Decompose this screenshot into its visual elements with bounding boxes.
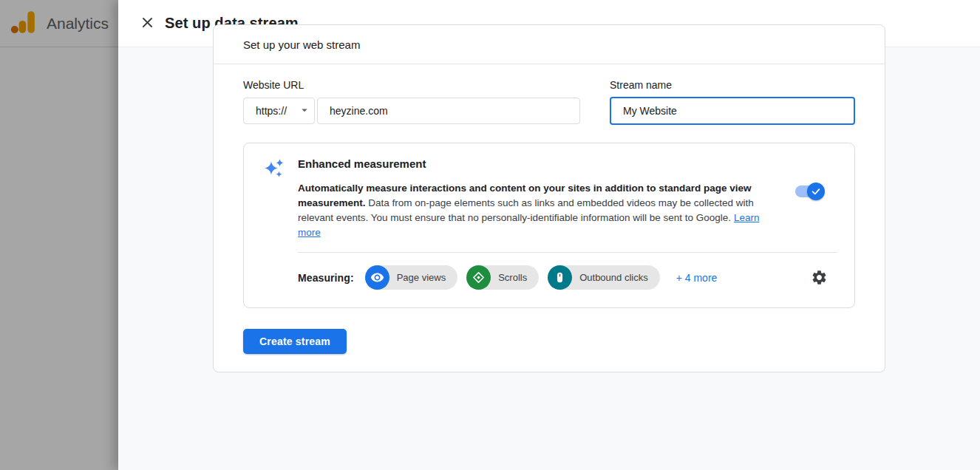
website-url-label: Website URL — [243, 79, 580, 91]
more-chips-link[interactable]: + 4 more — [676, 272, 718, 284]
enhanced-measurement-title: Enhanced measurement — [298, 155, 837, 170]
description-text: Data from on-page elements such as links… — [298, 197, 754, 223]
chip-page-views: Page views — [365, 265, 457, 290]
close-button[interactable] — [138, 15, 156, 33]
create-stream-button[interactable]: Create stream — [243, 329, 347, 354]
web-stream-card: Set up your web stream Website URL https… — [213, 24, 885, 372]
enhanced-measurement-panel: Enhanced measurement Automatically measu… — [243, 143, 855, 308]
chip-label: Scrolls — [498, 272, 527, 283]
enhanced-measurement-settings-button[interactable] — [810, 269, 828, 287]
scroll-icon — [466, 265, 491, 290]
website-url-input[interactable] — [317, 98, 580, 124]
chip-label: Outbound clicks — [579, 272, 648, 283]
card-title: Set up your web stream — [214, 25, 885, 64]
stream-name-label: Stream name — [610, 79, 855, 91]
chip-scrolls: Scrolls — [466, 265, 539, 290]
stream-name-input[interactable] — [610, 97, 855, 125]
divider — [298, 252, 837, 253]
chip-label: Page views — [397, 272, 446, 283]
dimmed-background-app: Analytics — [0, 0, 118, 470]
toggle-thumb-check-icon — [807, 183, 825, 200]
chip-outbound-clicks: Outbound clicks — [548, 265, 660, 290]
modal-scrim — [0, 0, 118, 470]
enhanced-measurement-toggle[interactable] — [795, 183, 825, 200]
enhanced-measurement-description: Automatically measure interactions and c… — [298, 181, 782, 240]
protocol-select[interactable]: https:// — [243, 98, 315, 124]
measuring-label: Measuring: — [298, 272, 354, 284]
card-body: Website URL https:// Stream name — [214, 64, 885, 372]
gear-icon — [811, 277, 828, 288]
eye-icon — [365, 265, 389, 290]
close-icon — [140, 16, 154, 32]
protocol-value: https:// — [256, 105, 287, 117]
sparkle-icon — [264, 171, 286, 184]
mouse-icon — [548, 265, 572, 290]
set-up-data-stream-dialog: Set up data stream Set up your web strea… — [118, 0, 980, 470]
chevron-down-icon — [298, 103, 311, 119]
